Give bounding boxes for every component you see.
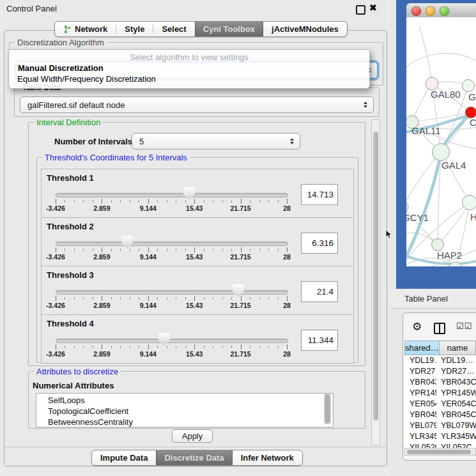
- table-row[interactable]: YBR045CYBR045C: [404, 410, 476, 420]
- threshold-slider-track[interactable]: [56, 242, 288, 246]
- table-row[interactable]: YPR145WYPR145W: [404, 388, 476, 399]
- attributes-list-scrollbar[interactable]: [324, 394, 331, 424]
- table-horizontal-scrollbar[interactable]: [404, 448, 476, 456]
- network-node-gal80[interactable]: [426, 77, 438, 90]
- slider-tick-label: 15.43: [186, 253, 203, 261]
- tab-discretize-data[interactable]: Discretize Data: [156, 450, 232, 465]
- tab-impute-data[interactable]: Impute Data: [92, 450, 156, 465]
- float-window-icon[interactable]: [356, 5, 365, 15]
- table-cell-shared-name: YBL079W: [404, 420, 436, 431]
- threshold-value-field[interactable]: 14.713: [301, 184, 338, 205]
- group-title: Attributes to discretize: [34, 367, 121, 376]
- table-cell-shared-name: YLR345W: [404, 431, 436, 442]
- threshold-label: Threshold 4: [47, 319, 94, 328]
- threshold-row: Threshold 4-3.4262.8599.14415.4321.71528…: [41, 314, 354, 364]
- network-node-ga[interactable]: [463, 80, 475, 92]
- slider-thumb[interactable]: [121, 236, 133, 249]
- slider-thumb[interactable]: [158, 333, 170, 346]
- close-icon[interactable]: ✖: [369, 3, 377, 13]
- scrollbar-thumb[interactable]: [373, 132, 378, 420]
- table-row[interactable]: YER054CYER054C: [404, 399, 476, 410]
- slider-tick-label: 28: [283, 253, 291, 261]
- network-node-gcy1[interactable]: [406, 201, 408, 213]
- tab-infer-network[interactable]: Infer Network: [233, 450, 302, 465]
- slider-major-tick: [287, 296, 288, 301]
- network-nodes[interactable]: GAL80GACGAL11GAL4HGCY1HAP2: [406, 77, 476, 266]
- cyni-bottom-tabs: Impute Data Discretize Data Infer Networ…: [91, 450, 303, 466]
- column-header-name[interactable]: name: [440, 341, 476, 355]
- slider-tick-label: 2.859: [93, 253, 110, 261]
- table-cell-shared-name: YBR043C: [404, 377, 436, 388]
- slider-major-tick: [241, 247, 242, 252]
- node-label: C: [470, 117, 476, 128]
- threshold-value-field[interactable]: 21.4: [301, 281, 338, 302]
- threshold-slider-track[interactable]: [56, 193, 288, 197]
- table-row[interactable]: YBR043CYBR043C: [404, 377, 476, 388]
- scrollbar-thumb[interactable]: [407, 450, 471, 454]
- slider-major-tick: [56, 344, 56, 349]
- slider-major-tick: [102, 247, 102, 252]
- number-of-intervals-combo[interactable]: 5: [132, 133, 300, 150]
- gear-icon[interactable]: ⚙: [412, 320, 422, 334]
- threshold-value-field[interactable]: 6.316: [301, 233, 338, 254]
- attribute-list-item[interactable]: SelfLoops: [36, 395, 333, 406]
- slider-tick-label: 9.144: [140, 350, 157, 358]
- slider-major-tick: [148, 344, 149, 349]
- table-row[interactable]: YDL19…YDL19…: [404, 355, 476, 366]
- tab-cyni-toolbox[interactable]: Cyni Toolbox: [195, 22, 263, 36]
- numerical-attributes-list[interactable]: SelfLoopsTopologicalCoefficientBetweenne…: [36, 393, 334, 427]
- table-cell-name: YER054C: [436, 399, 476, 410]
- table-cell-name: YDR27…: [436, 366, 476, 377]
- tab-label: jActiveMNodules: [272, 24, 339, 34]
- table-row[interactable]: YBL079WYBL079W: [404, 420, 476, 431]
- slider-tick-label: -3.426: [46, 204, 65, 212]
- network-icon: [63, 25, 72, 34]
- dropdown-option-manual-discretization[interactable]: Manual Discretization: [18, 63, 104, 73]
- network-node-h[interactable]: [463, 196, 476, 210]
- minimize-traffic-light-icon[interactable]: [426, 6, 435, 16]
- network-node-gal4[interactable]: [433, 144, 450, 161]
- close-traffic-light-icon[interactable]: [411, 6, 421, 16]
- table-data-combo[interactable]: galFiltered.sif default node: [20, 96, 374, 113]
- apply-button[interactable]: Apply: [172, 429, 213, 443]
- slider-thumb[interactable]: [183, 187, 195, 200]
- split-columns-divider: [439, 324, 440, 333]
- slider-thumb[interactable]: [233, 284, 244, 297]
- table-cell-name: YBR043C: [436, 377, 476, 388]
- tab-label: Impute Data: [100, 453, 148, 463]
- table-row[interactable]: YIL052CYIL052C: [404, 442, 476, 448]
- settings-vertical-scrollbar[interactable]: [371, 119, 380, 445]
- split-columns-icon[interactable]: [434, 323, 445, 334]
- network-canvas[interactable]: GAL80GACGAL11GAL4HGCY1HAP2: [406, 17, 476, 266]
- checkboxes-icon[interactable]: ☑☑: [456, 321, 472, 331]
- table-body[interactable]: YDL19…YDL19…YDR27…YDR27…YBR043CYBR043CYP…: [404, 355, 476, 448]
- threshold-value-field[interactable]: 11.344: [301, 330, 338, 351]
- table-cell-name: YLR345W: [436, 431, 476, 442]
- algorithm-dropdown-popup: Select algorithm to view settings Manual…: [8, 49, 370, 89]
- tab-label: Discretize Data: [164, 453, 224, 463]
- node-label: H: [470, 211, 476, 222]
- tab-network[interactable]: Network: [55, 22, 116, 36]
- attribute-list-item[interactable]: TopologicalCoefficient: [36, 406, 333, 417]
- node-label: GA: [468, 91, 476, 102]
- threshold-row: Threshold 2-3.4262.8599.14415.4321.71528…: [41, 217, 354, 266]
- slider-major-tick: [102, 344, 102, 349]
- network-window-titlebar[interactable]: [406, 3, 476, 18]
- column-header-shared-name[interactable]: shared…: [404, 341, 440, 355]
- table-row[interactable]: YLR345WYLR345W: [404, 431, 476, 442]
- dropdown-placeholder: Select algorithm to view settings: [9, 52, 369, 62]
- dropdown-option-equal-width[interactable]: Equal Width/Frequency Discretization: [17, 74, 156, 84]
- numerical-attributes-label: Numerical Attributes: [33, 381, 114, 390]
- scrollbar-thumb[interactable]: [325, 394, 330, 424]
- zoom-traffic-light-icon[interactable]: [440, 6, 449, 16]
- threshold-slider-track[interactable]: [56, 290, 288, 295]
- tab-select[interactable]: Select: [153, 22, 194, 36]
- table-row[interactable]: YDR27…YDR27…: [404, 366, 476, 377]
- threshold-row: Threshold 1-3.4262.8599.14415.4321.71528…: [41, 169, 354, 218]
- attribute-list-item[interactable]: BetweennessCentrality: [36, 417, 333, 427]
- threshold-slider-track[interactable]: [56, 339, 288, 343]
- table-data-group: Table Data galFiltered.sif default node: [14, 88, 380, 117]
- tab-jactivemnodules[interactable]: jActiveMNodules: [263, 22, 347, 36]
- tab-style[interactable]: Style: [116, 22, 153, 36]
- network-node-hap2[interactable]: [432, 239, 444, 251]
